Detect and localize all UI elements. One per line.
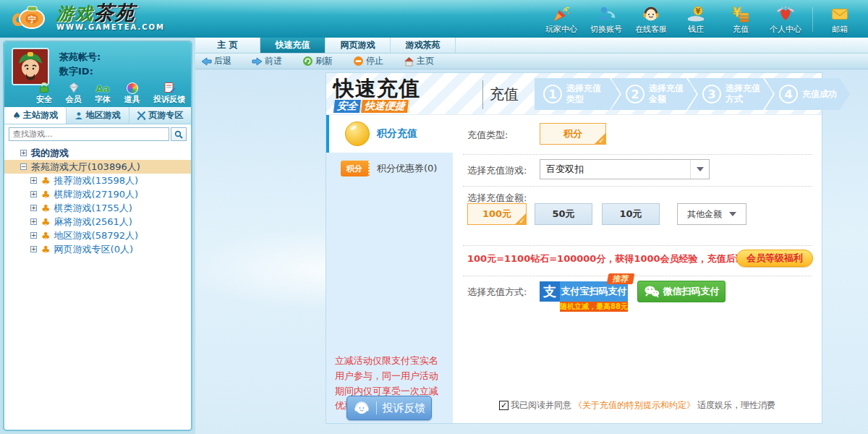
mail-button[interactable]: 邮箱	[817, 4, 862, 35]
club-icon: ♣	[41, 176, 51, 186]
spade-icon: ♠	[12, 110, 21, 121]
separator	[463, 245, 812, 246]
pay-method-label: 选择充值方式:	[467, 286, 527, 299]
bank-icon: ¥	[673, 4, 718, 24]
stop-button[interactable]: 停止	[353, 55, 404, 67]
check-icon: ✓	[519, 217, 525, 225]
expand-icon[interactable]: +	[30, 177, 37, 184]
tab-quick-recharge[interactable]: 快速充值	[260, 38, 326, 53]
tab-home[interactable]: 主 页	[195, 38, 260, 53]
player-center-button[interactable]: 玩家中心	[539, 4, 584, 35]
nav-points-recharge[interactable]: 积分充值	[326, 115, 453, 153]
back-button[interactable]: 后退	[201, 55, 252, 67]
expand-icon[interactable]: +	[30, 218, 37, 225]
nav-points-coupon[interactable]: 积分 积分优惠券(0)	[326, 153, 453, 184]
amount-50-button[interactable]: 50元	[535, 203, 592, 225]
props-button[interactable]: 道具	[124, 80, 140, 105]
step-1-choose-type: 1 选择充值类型	[535, 78, 620, 110]
complaint-button[interactable]: 投诉反馈	[153, 80, 185, 105]
agreement-checkbox[interactable]: ✓	[499, 401, 509, 410]
recharge-button[interactable]: ¥ 充值	[718, 4, 763, 35]
alipay-promo: 随机立减，最高88元	[560, 302, 628, 312]
separator	[463, 186, 812, 187]
amount-100-button[interactable]: 100元 ✓	[467, 203, 527, 225]
check-icon: ✓	[599, 137, 605, 145]
tree-item-recommended[interactable]: + ♣ 推荐游戏(13598人)	[4, 174, 191, 187]
step-3-choose-method: 3 选择充值方式	[688, 78, 773, 110]
tree-item-my-games[interactable]: + 我的游戏	[4, 146, 191, 160]
alipay-button[interactable]: 支 支付宝扫码支付 推荐 随机立减，最高88元	[540, 281, 628, 302]
stop-icon	[353, 56, 364, 67]
font-button[interactable]: Aa 字体	[95, 80, 111, 105]
badge-safe: 安全	[333, 99, 362, 114]
wechat-pay-button[interactable]: 微信扫码支付	[637, 281, 726, 302]
sidebar: 茶苑帐号: 数字ID: 安全	[0, 38, 195, 434]
forward-button[interactable]: 前进	[252, 55, 302, 67]
complaint-icon	[153, 80, 185, 94]
bank-button[interactable]: ¥ 钱庄	[673, 4, 718, 35]
badge-fast: 快速便捷	[360, 99, 409, 114]
gametea-logo[interactable]: 宁 游戏茶苑 WWW.GAMETEA.COM	[10, 1, 165, 32]
profile-button[interactable]: 个人中心	[763, 4, 808, 35]
tree-item-region-games[interactable]: + ♣ 地区游戏(58792人)	[4, 229, 191, 242]
expand-icon[interactable]: +	[30, 205, 37, 211]
search-row	[4, 124, 191, 143]
party-popper-icon	[539, 4, 584, 24]
tab-region-games[interactable]: 地区游戏	[67, 107, 129, 124]
coin-icon	[345, 122, 370, 146]
refresh-button[interactable]: 刷新	[302, 55, 353, 67]
sidebar-panel: 茶苑帐号: 数字ID: 安全	[3, 41, 192, 431]
security-button[interactable]: 安全	[36, 80, 52, 105]
game-label: 选择充值游戏:	[467, 164, 527, 177]
club-icon: ♣	[41, 217, 51, 227]
search-button[interactable]	[171, 127, 187, 141]
tree-item-webgame-zone[interactable]: + ♣ 网页游戏专区(0人)	[4, 242, 191, 256]
expand-icon[interactable]: +	[30, 191, 37, 197]
search-input[interactable]	[9, 127, 169, 141]
recommended-ribbon: 推荐	[607, 273, 635, 284]
tree-item-card-games[interactable]: + ♣ 棋牌游戏(27190人)	[4, 187, 191, 201]
club-icon: ♣	[41, 231, 51, 241]
gametea-client-window: 宁 游戏茶苑 WWW.GAMETEA.COM 玩家中心	[0, 0, 868, 434]
tab-web-games[interactable]: 页游专区	[129, 107, 191, 124]
agreement-link[interactable]: 《关于充值的特别提示和约定》	[574, 399, 695, 412]
game-select[interactable]: 百变双扣	[540, 159, 710, 179]
tree-item-chess-games[interactable]: + ♣ 棋类游戏(1755人)	[4, 201, 191, 215]
svg-text:¥: ¥	[696, 7, 701, 15]
step-4-success: 4 充值成功	[765, 78, 850, 110]
home-button[interactable]: 主页	[404, 55, 454, 67]
tab-web-games[interactable]: 网页游戏	[326, 38, 391, 53]
tree-item-lobby[interactable]: − 茶苑游戏大厅(103896人)	[4, 160, 191, 174]
amount-10-button[interactable]: 10元	[602, 203, 660, 225]
dropdown-arrow-icon	[729, 212, 736, 216]
feedback-button[interactable]: 投诉反馈	[346, 396, 432, 420]
coupon-ticket-icon: 积分	[341, 161, 370, 176]
switch-account-icon	[584, 4, 629, 24]
vip-benefits-button[interactable]: 会员等级福利	[736, 250, 813, 267]
tab-gametea[interactable]: 游戏茶苑	[391, 38, 456, 53]
customer-service-button[interactable]: 在线客服	[629, 4, 673, 35]
club-icon: ♣	[41, 203, 51, 213]
headset-icon	[353, 399, 370, 417]
content-tabs: 主 页 快速充值 网页游戏 游戏茶苑	[195, 38, 868, 54]
type-label: 充值类型:	[467, 129, 508, 142]
banner-toolbar: 玩家中心 切换账号	[539, 4, 862, 35]
font-icon: Aa	[95, 80, 111, 94]
collapse-icon[interactable]: −	[20, 163, 27, 170]
tab-main-games[interactable]: ♠ 主站游戏	[4, 107, 67, 124]
tree-item-mahjong-games[interactable]: + ♣ 麻将游戏(2561人)	[4, 215, 191, 229]
banner-divider	[812, 7, 813, 32]
expand-icon[interactable]: +	[20, 150, 27, 156]
switch-account-button[interactable]: 切换账号	[584, 4, 629, 35]
header-divider	[482, 80, 483, 109]
home-icon	[404, 56, 414, 67]
logo-text: 游戏茶苑 WWW.GAMETEA.COM	[56, 3, 165, 31]
person-icon	[75, 111, 83, 120]
other-amount-dropdown[interactable]: 其他金额	[677, 203, 746, 225]
type-points-button[interactable]: 积分 ✓	[540, 123, 606, 145]
member-button[interactable]: 会员	[66, 80, 82, 105]
step-2-choose-amount: 2 选择充值金额	[611, 78, 697, 110]
dropdown-arrow-icon[interactable]	[690, 160, 709, 179]
expand-icon[interactable]: +	[30, 232, 37, 239]
expand-icon[interactable]: +	[30, 246, 37, 252]
